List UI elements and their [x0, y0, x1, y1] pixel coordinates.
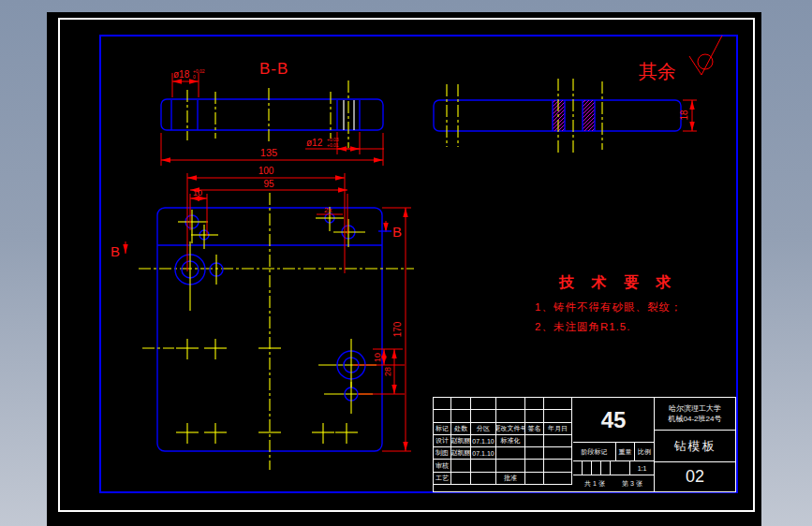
plan-view [139, 193, 414, 470]
tb-cell [525, 460, 544, 472]
tb-cell [544, 473, 572, 485]
section-marker-label: B [111, 243, 120, 259]
tb-cell: 审核 [434, 460, 451, 472]
title-block: 标记 处数 分区 更改文件号 签名 年月日 设计 赵凯丽 07.1.10 标准化… [434, 398, 735, 491]
title-block-middle: 45 阶段标记 重量 比例 1:1 共 1 张 第 3 张 [573, 398, 655, 491]
tb-cell [496, 447, 525, 460]
school-name: 哈尔滨理工大学 [669, 403, 721, 414]
sheet-total: 共 1 张 [584, 479, 605, 489]
plan-dimensions: 100 95 10 2x 170 10 28 B B [111, 166, 411, 451]
weight-label: 重量 [616, 443, 635, 460]
dim-label: 18 [679, 110, 689, 121]
side-view: 18 [434, 79, 697, 153]
surface-finish-note: 其余 [639, 36, 722, 81]
tb-cell [471, 398, 496, 410]
tb-cell [434, 398, 451, 410]
tb-cell: 制图 [434, 447, 451, 460]
tb-cell [496, 460, 525, 472]
tech-req-item: 2、未注圆角R1.5. [535, 320, 682, 334]
tb-cell [525, 410, 544, 422]
tb-header-cell: 更改文件号 [496, 423, 525, 435]
tb-cell [601, 461, 611, 475]
tb-cell [451, 460, 471, 472]
tb-cell [471, 473, 496, 485]
section-marker-label: B [392, 224, 402, 240]
tb-cell [544, 435, 572, 447]
stage-row: 阶段标记 重量 比例 [573, 443, 654, 461]
tb-cell [525, 473, 544, 485]
dim-label: 135 [260, 147, 277, 158]
tb-cell [525, 435, 544, 447]
dim-label: 28 [383, 367, 392, 376]
sheet-row: 共 1 张 第 3 张 [573, 475, 654, 491]
dim-label: 10 [193, 188, 202, 197]
tb-cell [583, 461, 592, 475]
bushing-section [583, 100, 595, 131]
cad-viewport: B-B ø18 +0.02 0 ø12 +0. [0, 0, 812, 526]
dim-label: ø18 [173, 69, 190, 80]
tb-cell [471, 410, 496, 422]
drawing-number: 02 [655, 462, 735, 491]
section-bar [161, 99, 383, 130]
tb-cell [611, 461, 630, 475]
tb-header-cell: 处数 [451, 423, 471, 435]
class-number: 机械04-2班24号 [669, 414, 722, 424]
tb-cell [451, 473, 471, 485]
dim-label: ø12 [306, 138, 323, 148]
section-title: B-B [259, 60, 288, 78]
revision-table: 标记 处数 分区 更改文件号 签名 年月日 设计 赵凯丽 07.1.10 标准化… [434, 398, 573, 491]
tb-cell: 设计 [434, 435, 451, 447]
sheet-number: 第 3 张 [622, 479, 642, 489]
tb-cell [544, 460, 572, 472]
tb-cell [525, 447, 544, 460]
stage-mark-cells: 1:1 [573, 461, 654, 475]
tb-cell [451, 398, 471, 410]
dim-label: 100 [258, 166, 274, 176]
tb-header-cell: 年月日 [544, 423, 572, 435]
scale-label: 比例 [635, 443, 654, 460]
title-block-right: 哈尔滨理工大学 机械04-2班24号 钻模板 02 [655, 398, 735, 491]
tb-cell [544, 447, 572, 460]
tb-cell [496, 410, 525, 422]
dim-label: 170 [392, 321, 403, 337]
tb-cell [573, 461, 583, 475]
tb-cell [525, 398, 544, 410]
tb-header-cell: 分区 [471, 423, 496, 435]
surface-note-label: 其余 [639, 61, 676, 81]
tb-cell [471, 460, 496, 472]
tech-req-title: 技 术 要 求 [559, 273, 682, 293]
dim-label: 10 [373, 353, 382, 362]
tb-cell [451, 410, 471, 422]
count-note: 2x [324, 206, 332, 214]
tb-header-cell: 标记 [434, 423, 451, 435]
material-grade: 45 [573, 398, 654, 443]
tb-cell [434, 410, 451, 422]
tb-cell: 标准化 [496, 435, 525, 447]
tb-cell: 07.1.10 [471, 435, 496, 447]
tb-header-cell: 签名 [525, 423, 544, 435]
dim-label: 95 [263, 179, 274, 189]
tech-req-item: 1、铸件不得有砂眼、裂纹； [535, 300, 682, 314]
tb-cell [592, 461, 601, 475]
tb-cell [544, 410, 572, 422]
dim-tolerance: +0.01 [327, 142, 339, 148]
scale-value: 1:1 [630, 461, 654, 475]
tb-cell: 批准 [496, 473, 525, 485]
organization: 哈尔滨理工大学 机械04-2班24号 [655, 398, 735, 431]
tb-cell: 赵凯丽 [451, 447, 471, 460]
part-name: 钻模板 [655, 431, 735, 462]
technical-requirements: 技 术 要 求 1、铸件不得有砂眼、裂纹； 2、未注圆角R1.5. [529, 273, 682, 340]
tb-cell: 07.1.10 [471, 447, 496, 460]
section-view-bb: B-B ø18 +0.02 0 ø12 +0. [161, 60, 384, 166]
stage-label: 阶段标记 [573, 443, 616, 460]
tb-cell [496, 398, 525, 410]
dim-tolerance: 0 [193, 74, 196, 80]
tb-cell [544, 398, 572, 410]
tb-cell: 工艺 [434, 473, 451, 485]
tb-cell: 赵凯丽 [451, 435, 471, 447]
